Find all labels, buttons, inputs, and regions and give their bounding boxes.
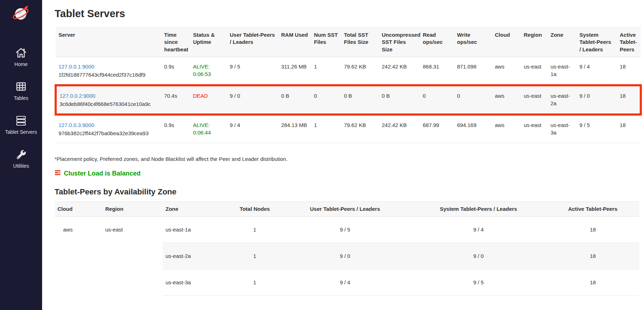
status-cell: ALIVE: 0:06:53 <box>190 57 227 85</box>
sidebar-nav: Home Tables <box>0 40 42 176</box>
read-ops-cell: 687.99 <box>420 115 454 143</box>
cluster-load-icon <box>55 170 61 177</box>
column-header: RAM Used <box>278 28 311 57</box>
system-peers-cell: 9 / 4 <box>411 217 546 243</box>
server-link[interactable]: 127.0.0.3:9000 <box>59 122 94 128</box>
server-uuid: 976b382c2ff442f7ba0bea32e39cea93 <box>59 129 158 137</box>
system-peers-cell: 9 / 5 <box>411 269 546 296</box>
ram-cell: 284.13 MB <box>278 115 311 143</box>
status-cell: ALIVE: 0:06:44 <box>190 115 227 143</box>
tables-grid-icon <box>15 80 27 93</box>
page-title: Tablet Servers <box>55 8 642 20</box>
cloud-cell: aws <box>492 85 521 115</box>
column-header: User Tablet-Peers / Leaders <box>227 28 278 57</box>
zone-cell: us-east-1a <box>163 217 230 243</box>
ram-cell: 0 B <box>278 85 311 115</box>
sidebar: Home Tables <box>0 0 42 310</box>
server-cell: 127.0.0.1:9000 1f2fd188777643cf944ced2f3… <box>56 57 161 85</box>
heartbeat-cell: 0.9s <box>161 57 190 85</box>
tablet-servers-icon <box>15 114 27 127</box>
column-header: Uncompressed SST Files Size <box>379 28 420 57</box>
column-header: System Tablet-Peers / Leaders <box>411 202 546 216</box>
read-ops-cell: 868.31 <box>420 57 454 85</box>
az-table-header-row: Cloud Region Zone Total Nodes User Table… <box>55 202 639 216</box>
column-header: Write ops/sec <box>454 28 492 57</box>
user-peers-cell: 9 / 4 <box>279 269 411 296</box>
system-peers-cell: 9 / 0 <box>411 243 546 269</box>
system-peers-cell: 9 / 4 <box>577 57 617 85</box>
cluster-load-text: Cluster Load is Balanced <box>64 170 141 177</box>
num-sst-cell: 1 <box>311 57 341 85</box>
region-cell: us-east <box>521 115 548 143</box>
column-header: Total Nodes <box>230 202 279 216</box>
sidebar-item-tables[interactable]: Tables <box>0 74 42 108</box>
user-peers-cell: 9 / 0 <box>279 243 411 269</box>
column-header: Time since heartbeat <box>161 28 190 57</box>
home-icon <box>15 46 27 59</box>
tablet-servers-table: Server Time since heartbeat Status & Upt… <box>55 27 642 143</box>
read-ops-cell: 0 <box>420 85 454 115</box>
column-header: Cloud <box>55 202 102 216</box>
uncompressed-sst-cell: 0 B <box>379 85 420 115</box>
az-table: Cloud Region Zone Total Nodes User Table… <box>55 202 639 296</box>
total-nodes-cell: 1 <box>230 243 279 269</box>
status-label: ALIVE: <box>193 63 224 70</box>
user-peers-cell: 9 / 5 <box>279 217 411 243</box>
sidebar-item-utilities[interactable]: Utilities <box>0 142 42 176</box>
cloud-cell: aws <box>55 217 102 296</box>
server-cell: 127.0.0.3:9000 976b382c2ff442f7ba0bea32e… <box>56 115 161 143</box>
server-link[interactable]: 127.0.0.2:9000 <box>60 93 95 99</box>
app-window: Home Tables <box>0 0 644 310</box>
sidebar-item-tablet-servers[interactable]: Tablet Servers <box>0 108 42 142</box>
total-nodes-cell: 1 <box>230 269 279 296</box>
column-header: System Tablet-Peers / Leaders <box>577 28 617 57</box>
zone-cell: us-east-2a <box>548 85 577 115</box>
write-ops-cell: 694.169 <box>454 115 492 143</box>
sidebar-item-home[interactable]: Home <box>0 40 42 74</box>
main-content: Tablet Servers Server Time since heartbe… <box>42 0 644 310</box>
status-label: ALIVE: <box>193 121 224 129</box>
total-sst-cell: 0 B <box>341 85 379 115</box>
status-cell: DEAD <box>190 85 227 115</box>
server-uuid: 3c6deb86f40c4f668e5763041ce10a9c <box>60 100 158 108</box>
region-cell: us-east <box>102 217 163 296</box>
heartbeat-cell: 0.9s <box>161 115 190 143</box>
system-peers-cell: 9 / 5 <box>577 115 617 143</box>
column-header: Total SST Files Size <box>341 28 379 57</box>
cluster-load-status: Cluster Load is Balanced <box>55 170 642 177</box>
zone-cell: us-east-3a <box>548 115 577 143</box>
column-header: Zone <box>548 28 577 57</box>
user-peers-cell: 9 / 5 <box>227 57 278 85</box>
column-header: Zone <box>163 202 230 216</box>
heartbeat-cell: 70.4s <box>161 85 190 115</box>
cloud-cell: aws <box>492 57 521 85</box>
placement-policy-footnote: *Placement policy, Preferred zones, and … <box>55 156 642 162</box>
table-row: 127.0.0.3:9000 976b382c2ff442f7ba0bea32e… <box>56 115 641 143</box>
column-header: Num SST Files <box>311 28 341 57</box>
active-peers-cell: 18 <box>617 57 641 85</box>
sidebar-item-label: Tablet Servers <box>5 129 37 135</box>
ram-cell: 311.26 MB <box>278 57 311 85</box>
region-cell: us-east <box>521 57 548 85</box>
uncompressed-sst-cell: 242.42 KB <box>379 57 420 85</box>
server-link[interactable]: 127.0.0.1:9000 <box>59 63 94 70</box>
servers-table-header-row: Server Time since heartbeat Status & Upt… <box>56 28 641 57</box>
column-header: User Tablet-Peers / Leaders <box>279 202 411 216</box>
zone-cell: us-east-2a <box>163 243 230 269</box>
column-header: Cloud <box>492 28 521 57</box>
column-header: Region <box>102 202 163 216</box>
wrench-icon <box>15 148 27 161</box>
az-section-title: Tablet-Peers by Availability Zone <box>55 187 642 197</box>
uptime-value: 0:06:53 <box>193 70 224 78</box>
column-header: Server <box>56 28 161 57</box>
sidebar-item-label: Home <box>14 61 27 67</box>
active-peers-cell: 18 <box>617 85 641 115</box>
status-label: DEAD <box>193 92 224 100</box>
az-table-row: aws us-east us-east-1a 1 9 / 5 9 / 4 18 <box>55 217 639 243</box>
zone-cell: us-east-1a <box>548 57 577 85</box>
yugabyte-logo <box>11 4 31 24</box>
total-sst-cell: 79.62 KB <box>341 57 379 85</box>
table-row: 127.0.0.1:9000 1f2fd188777643cf944ced2f3… <box>56 57 641 85</box>
column-header: Region <box>521 28 548 57</box>
column-header: Read ops/sec <box>420 28 454 57</box>
